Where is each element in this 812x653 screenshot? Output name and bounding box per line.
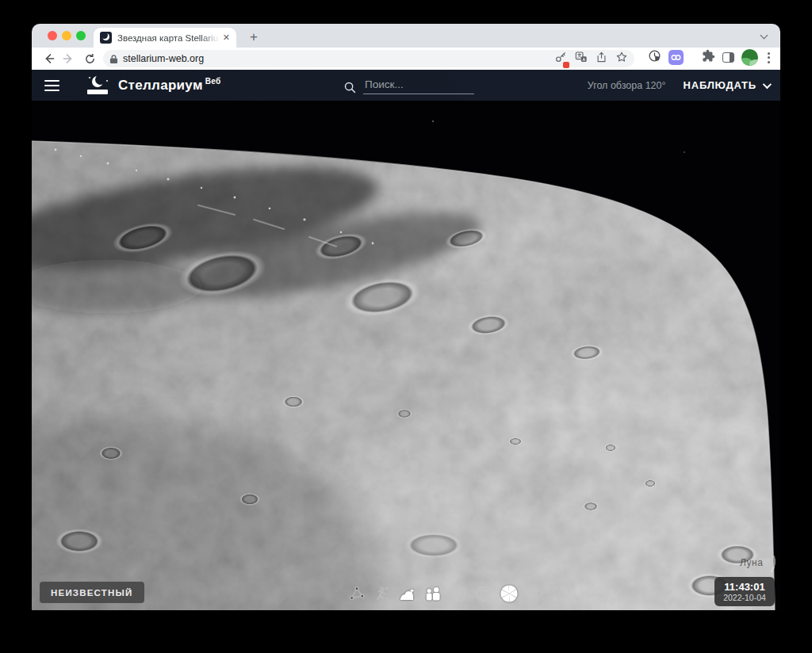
- star-dot: [684, 151, 685, 153]
- side-panel-icon[interactable]: [722, 52, 734, 63]
- search-input[interactable]: [363, 77, 474, 94]
- back-button[interactable]: [38, 52, 59, 65]
- azimuthal-grid-button[interactable]: [449, 582, 468, 605]
- lock-icon: [109, 54, 118, 64]
- share-icon[interactable]: [596, 51, 607, 67]
- stellarium-header: СтеллариумВеб Угол обзора 120° НАБЛЮДАТЬ: [32, 70, 780, 101]
- forward-button[interactable]: [59, 52, 79, 65]
- minimize-window-button[interactable]: [62, 31, 71, 40]
- deep-sky-objects-button[interactable]: [525, 582, 544, 605]
- password-key-icon[interactable]: [554, 51, 567, 67]
- close-window-button[interactable]: [48, 31, 57, 40]
- fov-label: Угол обзора 120°: [588, 80, 666, 91]
- moon-surface-image: [32, 101, 780, 610]
- time-date-widget[interactable]: 11:43:01 2022-10-04: [714, 577, 775, 606]
- browser-tab[interactable]: Звездная карта Stellarium Web ✕: [94, 28, 236, 48]
- selection-info-chip[interactable]: НЕИЗВЕСТНЫЙ: [40, 582, 144, 603]
- landscape-button[interactable]: [423, 582, 442, 605]
- browser-menu-kebab-icon[interactable]: [765, 52, 772, 63]
- stellarium-favicon-icon: [100, 32, 112, 44]
- browser-toolbar: stellarium-web.org: [32, 48, 780, 70]
- extension-clock-icon[interactable]: [648, 49, 661, 66]
- star-dot: [432, 120, 434, 122]
- constellations-lines-button[interactable]: [347, 582, 366, 605]
- translate-icon[interactable]: [575, 51, 588, 67]
- extensions-puzzle-icon[interactable]: [702, 49, 715, 66]
- constellations-art-button[interactable]: [373, 582, 392, 605]
- equatorial-grid-button[interactable]: [474, 582, 493, 605]
- hamburger-menu-icon[interactable]: [44, 80, 59, 91]
- new-tab-button[interactable]: +: [244, 28, 263, 47]
- app-title: СтеллариумВеб: [118, 77, 221, 94]
- atmosphere-button[interactable]: [398, 582, 417, 605]
- tab-strip: Звездная карта Stellarium Web ✕ +: [32, 24, 780, 48]
- bookmark-star-icon[interactable]: [615, 51, 628, 67]
- night-mode-button[interactable]: [500, 582, 519, 605]
- fullscreen-button[interactable]: [550, 582, 569, 605]
- current-time: 11:43:01: [724, 581, 764, 593]
- selected-object-label: Луна: [740, 557, 763, 568]
- observe-button[interactable]: НАБЛЮДАТЬ: [684, 79, 770, 91]
- desktop: Звездная карта Stellarium Web ✕ + stella…: [0, 0, 812, 653]
- current-date: 2022-10-04: [723, 593, 766, 603]
- tab-title: Звездная карта Stellarium Web: [117, 33, 220, 43]
- tab-close-icon[interactable]: ✕: [223, 32, 230, 43]
- browser-window: Звездная карта Stellarium Web ✕ + stella…: [32, 24, 780, 626]
- reload-button[interactable]: [79, 53, 100, 65]
- stellarium-logo-icon: [86, 75, 110, 96]
- profile-avatar[interactable]: [741, 49, 758, 66]
- url-text: stellarium-web.org: [123, 53, 554, 64]
- search-icon: [343, 81, 357, 94]
- address-bar[interactable]: stellarium-web.org: [103, 50, 634, 67]
- chevron-down-icon: [763, 79, 772, 88]
- extension-purple-icon[interactable]: [668, 50, 684, 65]
- sky-canvas[interactable]: Луна НЕИЗВЕСТНЫЙ: [32, 101, 780, 610]
- zoom-window-button[interactable]: [76, 31, 86, 40]
- search-area: [343, 77, 474, 94]
- tab-search-chevron-icon[interactable]: [761, 32, 768, 39]
- view-settings-toolbar: [347, 582, 569, 605]
